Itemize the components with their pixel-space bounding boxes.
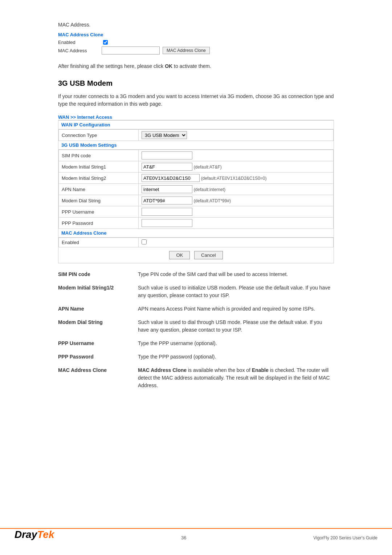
modem-string1-cell: (default:AT&F) — [139, 161, 334, 173]
ppp-username-label: PPP Username — [59, 206, 139, 218]
footer-guide-title: VigorFly 200 Series User's Guide — [313, 533, 377, 540]
modem-string-term: Modem Initial String1/2 — [58, 284, 138, 299]
ppp-pass-term: PPP Password — [58, 353, 138, 361]
footer-page-number: 36 — [54, 533, 313, 540]
sim-pin-cell — [139, 150, 334, 161]
ppp-pass-definition: Type the PPP password (optional). — [138, 353, 334, 361]
sim-pin-label: SIM PIN code — [59, 150, 139, 161]
modem-string2-label: Modem Initial String2 — [59, 173, 139, 184]
ppp-username-input[interactable] — [142, 208, 192, 216]
ppp-username-cell — [139, 206, 334, 218]
modem-string2-input[interactable] — [142, 174, 200, 182]
top-enabled-label: Enabled — [58, 40, 102, 45]
apn-term: APN Name — [58, 305, 138, 313]
mac-clone-term: MAC Address Clone — [58, 366, 138, 389]
desc-item-ppp-user: PPP Username Type the PPP username (opti… — [58, 340, 334, 347]
desc-item-ppp-pass: PPP Password Type the PPP password (opti… — [58, 353, 334, 361]
modem-string1-input[interactable] — [142, 163, 192, 171]
breadcrumb: WAN >> Internet Access — [58, 114, 334, 120]
ppp-user-term: PPP Username — [58, 340, 138, 347]
top-mac-clone-button[interactable]: MAC Address Clone — [163, 47, 210, 54]
mac-enabled-label: Enabled — [59, 238, 139, 247]
modem-string2-cell: (default:ATE0V1X1&D2&C1S0=0) — [139, 173, 334, 184]
sim-pin-input[interactable] — [142, 151, 192, 159]
logo-dray: Dray — [15, 529, 37, 540]
modem-string2-default: (default:ATE0V1X1&D2&C1S0=0) — [201, 176, 267, 181]
dial-string-input[interactable] — [142, 197, 192, 204]
desc-item-apn: APN Name APN means Access Point Name whi… — [58, 305, 334, 313]
ppp-user-definition: Type the PPP username (optional). — [138, 340, 334, 347]
ppp-password-cell — [139, 218, 334, 229]
mac-clone-definition: MAC Address Clone is available when the … — [138, 366, 334, 389]
mac-address-text: MAC Address. — [58, 22, 334, 28]
top-mac-address-input[interactable] — [102, 46, 160, 54]
ppp-password-label: PPP Password — [59, 218, 139, 229]
table-row: Modem Dial String (default:ATDT*99#) — [59, 195, 334, 206]
table-row: PPP Username — [59, 206, 334, 218]
ok-button[interactable]: OK — [169, 251, 190, 259]
connection-type-label: Connection Type — [59, 130, 139, 141]
top-mac-address-row: MAC Address MAC Address Clone — [58, 46, 334, 54]
modem-settings-title: 3G USB Modem Settings — [58, 141, 334, 150]
table-row: PPP Password — [59, 218, 334, 229]
mac-enabled-checkbox[interactable] — [142, 239, 147, 244]
top-mac-section: MAC Address. MAC Address Clone Enabled M… — [58, 22, 334, 54]
top-mac-clone-heading: MAC Address Clone — [58, 32, 334, 37]
table-row: Modem Initial String2 (default:ATE0V1X1&… — [59, 173, 334, 184]
apn-name-input[interactable] — [142, 185, 192, 193]
modem-settings-table: SIM PIN code Modem Initial String1 (defa… — [58, 150, 334, 229]
connection-type-cell: 3G USB Modem — [139, 130, 334, 141]
desc-item-dial: Modem Dial String Such value is used to … — [58, 319, 334, 334]
dial-term: Modem Dial String — [58, 319, 138, 334]
wan-ip-config-title: WAN IP Configuration — [58, 121, 334, 129]
top-mac-address-label: MAC Address — [58, 48, 102, 53]
dial-string-default: (default:ATDT*99#) — [194, 198, 231, 203]
mac-clone-section-title: MAC Address Clone — [58, 229, 334, 238]
table-row: Modem Initial String1 (default:AT&F) — [59, 161, 334, 173]
after-finishing-text: After finishing all the settings here, p… — [58, 63, 334, 69]
apn-name-label: APN Name — [59, 184, 139, 195]
sim-term: SIM PIN code — [58, 271, 138, 278]
button-row: OK Cancel — [58, 247, 334, 263]
apn-name-default: (default:internet) — [194, 187, 225, 192]
top-enabled-row: Enabled — [58, 40, 334, 45]
ppp-password-input[interactable] — [142, 219, 192, 227]
apn-name-cell: (default:internet) — [139, 184, 334, 195]
modem-string1-label: Modem Initial String1 — [59, 161, 139, 173]
cancel-button[interactable]: Cancel — [194, 251, 222, 259]
table-row: SIM PIN code — [59, 150, 334, 161]
desc-item-sim: SIM PIN code Type PIN code of the SIM ca… — [58, 271, 334, 278]
wan-ip-table: Connection Type 3G USB Modem — [58, 129, 334, 141]
mac-enabled-cell — [139, 238, 334, 247]
section-description: If your router connects to a 3G modem an… — [58, 93, 334, 108]
config-table-wrapper: WAN IP Configuration Connection Type 3G … — [58, 120, 334, 263]
mac-clone-table: Enabled — [58, 238, 334, 247]
connection-type-row: Connection Type 3G USB Modem — [59, 130, 334, 141]
table-row: APN Name (default:internet) — [59, 184, 334, 195]
connection-type-select[interactable]: 3G USB Modem — [142, 131, 187, 139]
dial-string-cell: (default:ATDT*99#) — [139, 195, 334, 206]
apn-definition: APN means Access Point Name which is pro… — [138, 305, 334, 313]
modem-string1-default: (default:AT&F) — [194, 165, 222, 170]
footer-logo: DrayTek — [15, 529, 54, 540]
desc-item-modem-string: Modem Initial String1/2 Such value is us… — [58, 284, 334, 299]
dial-string-label: Modem Dial String — [59, 195, 139, 206]
logo-tek: Tek — [37, 529, 54, 540]
modem-string-definition: Such value is used to initialize USB mod… — [138, 284, 334, 299]
desc-item-mac-clone: MAC Address Clone MAC Address Clone is a… — [58, 366, 334, 389]
footer: DrayTek 36 VigorFly 200 Series User's Gu… — [0, 528, 392, 540]
section-heading-3g: 3G USB Modem — [58, 79, 334, 88]
top-enabled-checkbox[interactable] — [103, 40, 108, 45]
sim-definition: Type PIN code of the SIM card that will … — [138, 271, 334, 278]
description-list: SIM PIN code Type PIN code of the SIM ca… — [58, 271, 334, 389]
dial-definition: Such value is used to dial through USB m… — [138, 319, 334, 334]
mac-enabled-row: Enabled — [59, 238, 334, 247]
